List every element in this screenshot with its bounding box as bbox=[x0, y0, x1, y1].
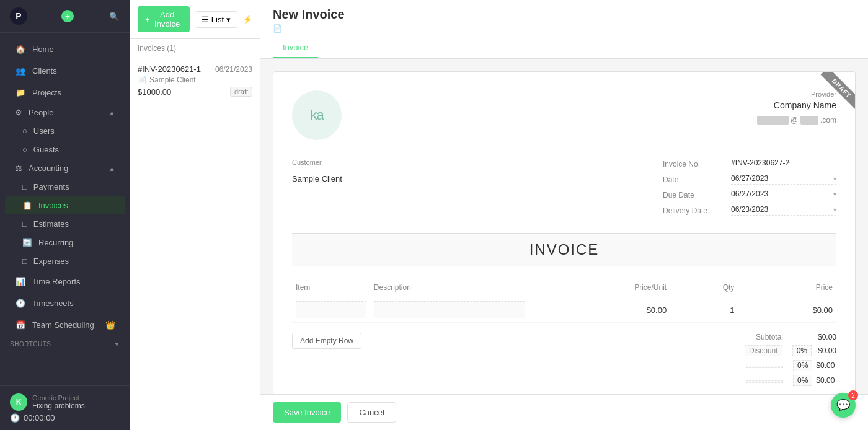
sidebar-subitem-expenses[interactable]: □ Expenses bbox=[5, 252, 125, 270]
time-reports-icon: 📊 bbox=[15, 276, 26, 287]
chevron-down-icon: ▾ bbox=[226, 15, 231, 24]
company-logo: ka bbox=[292, 90, 342, 140]
crown-icon: 👑 bbox=[105, 320, 115, 330]
tax1-amount: $0.00 bbox=[816, 361, 835, 370]
chevron-down-icon: ▾ bbox=[833, 175, 836, 182]
footer-project-label: Generic Project bbox=[32, 394, 85, 401]
users-icon: ○ bbox=[22, 126, 27, 136]
chevron-down-icon[interactable]: ▼ bbox=[114, 341, 120, 348]
sidebar-item-home[interactable]: 🏠 Home bbox=[5, 38, 125, 59]
tab-invoice[interactable]: Invoice bbox=[273, 38, 318, 58]
subtotal-value: $0.00 bbox=[793, 333, 836, 341]
customer-name: Sample Client bbox=[292, 172, 644, 186]
meta-date: Date 06/27/2023 ▾ bbox=[663, 174, 836, 185]
sidebar-item-timesheets[interactable]: 🕐 Timesheets bbox=[5, 292, 125, 314]
sidebar-subitem-estimates[interactable]: □ Estimates bbox=[5, 215, 125, 233]
filter-icon[interactable]: ⚡ bbox=[242, 15, 252, 24]
chevron-down-icon: ▾ bbox=[833, 191, 836, 198]
meta-invoice-no: Invoice No. #INV-20230627-2 bbox=[663, 159, 836, 169]
main-content: New Invoice 📄 — Invoice ka Provider Comp… bbox=[260, 0, 868, 430]
discount-value-row: 0% -$0.00 bbox=[792, 345, 836, 356]
estimates-icon: □ bbox=[22, 219, 27, 229]
search-icon[interactable]: 🔍 bbox=[108, 10, 120, 22]
description-input[interactable] bbox=[374, 301, 525, 318]
bottom-section: Add Empty Row Subtotal $0.00 Discount 0%… bbox=[292, 333, 836, 394]
subtotal-row: Subtotal $0.00 bbox=[663, 333, 836, 341]
col-qty: Qty bbox=[670, 278, 738, 297]
sidebar-subitem-invoices[interactable]: 📋 Invoices bbox=[5, 196, 125, 214]
save-invoice-button[interactable]: Save Invoice bbox=[273, 402, 341, 423]
sidebar-item-label: Team Scheduling bbox=[32, 320, 94, 330]
item-cell[interactable] bbox=[292, 297, 370, 323]
description-cell[interactable] bbox=[370, 297, 529, 323]
tax2-pct-input[interactable]: 0% bbox=[793, 375, 812, 386]
tax2-amount: $0.00 bbox=[816, 376, 835, 385]
col-item: Item bbox=[292, 278, 370, 297]
clients-icon: 👥 bbox=[15, 65, 26, 76]
items-table: Item Description Price/Unit Qty Price $0… bbox=[292, 278, 836, 323]
sidebar-item-label: Home bbox=[32, 45, 54, 54]
meta-due-date: Due Date 06/27/2023 ▾ bbox=[663, 190, 836, 200]
accounting-icon: ⚖ bbox=[15, 164, 22, 173]
draft-banner bbox=[805, 72, 855, 121]
due-date-value[interactable]: 06/27/2023 ▾ bbox=[731, 190, 836, 200]
sidebar-item-team-scheduling[interactable]: 📅 Team Scheduling 👑 bbox=[5, 314, 125, 335]
delivery-date-label: Delivery Date bbox=[663, 206, 731, 215]
sidebar-subitem-payments[interactable]: □ Payments bbox=[5, 178, 125, 196]
discount-row: Discount 0% -$0.00 bbox=[663, 345, 836, 356]
sidebar-item-label: Users bbox=[33, 126, 55, 136]
date-label: Date bbox=[663, 175, 731, 184]
document-icon: 📄 bbox=[273, 24, 282, 33]
add-button[interactable]: + bbox=[61, 10, 74, 22]
tax1-name[interactable] bbox=[746, 366, 783, 368]
sidebar-item-label: Accounting bbox=[29, 164, 68, 173]
expenses-icon: □ bbox=[22, 257, 27, 266]
sidebar-footer: K Generic Project Fixing problems 🕐 00:0… bbox=[0, 385, 130, 430]
col-description: Description bbox=[370, 278, 529, 297]
sidebar-item-label: Estimates bbox=[33, 219, 69, 229]
tax1-value-row: 0% $0.00 bbox=[793, 360, 836, 371]
sidebar-subitem-recurring[interactable]: 🔄 Recurring bbox=[5, 234, 125, 252]
add-empty-row-button[interactable]: Add Empty Row bbox=[292, 333, 361, 349]
tax2-name[interactable] bbox=[746, 380, 783, 383]
sidebar-item-accounting[interactable]: ⚖ Accounting ▲ bbox=[5, 159, 125, 177]
discount-name[interactable]: Discount bbox=[745, 345, 782, 356]
add-row-section: Add Empty Row bbox=[292, 333, 361, 356]
add-invoice-button[interactable]: + Add Invoice bbox=[138, 6, 190, 32]
tax2-row: 0% $0.00 bbox=[663, 375, 836, 386]
meta-section: Invoice No. #INV-20230627-2 Date 06/27/2… bbox=[663, 159, 836, 221]
chat-badge: 2 bbox=[848, 390, 858, 400]
totals-table: Subtotal $0.00 Discount 0% -$0.00 bbox=[663, 333, 836, 394]
invoice-form: ka Provider Company Name ●●●●●●● @ ●●●● … bbox=[260, 59, 868, 394]
discount-pct-input[interactable]: 0% bbox=[792, 345, 812, 356]
invoices-count-text: Invoices (1) bbox=[138, 44, 176, 53]
discount-label: Discount bbox=[663, 345, 792, 356]
tax1-row: 0% $0.00 bbox=[663, 360, 836, 371]
shortcuts-label: shortcuts ▼ bbox=[0, 336, 130, 350]
delivery-date-value[interactable]: 06/23/2023 ▾ bbox=[731, 205, 836, 216]
sidebar-item-label: Expenses bbox=[33, 257, 69, 266]
chat-button[interactable]: 💬 2 bbox=[831, 393, 856, 418]
sidebar-item-clients[interactable]: 👥 Clients bbox=[5, 60, 125, 81]
invoice-status: draft bbox=[230, 87, 252, 97]
invoices-count: Invoices (1) bbox=[130, 39, 260, 58]
invoice-card[interactable]: #INV-20230621-1 06/21/2023 📄 Sample Clie… bbox=[130, 58, 260, 103]
discount-amount: -$0.00 bbox=[815, 346, 836, 355]
sidebar-item-people[interactable]: ⚙ People ▲ bbox=[5, 103, 125, 121]
sidebar-item-time-reports[interactable]: 📊 Time Reports bbox=[5, 271, 125, 292]
sidebar-subitem-guests[interactable]: ○ Guests bbox=[5, 141, 125, 159]
item-input[interactable] bbox=[296, 301, 366, 318]
sidebar-item-label: Guests bbox=[33, 145, 59, 154]
total-row: Total $0.00 bbox=[663, 390, 836, 394]
list-button[interactable]: ☰ List ▾ bbox=[195, 11, 237, 28]
invoice-title-section: INVOICE bbox=[292, 233, 836, 266]
sidebar-item-label: Invoices bbox=[38, 201, 68, 210]
cancel-button[interactable]: Cancel bbox=[347, 402, 396, 423]
sidebar-subitem-users[interactable]: ○ Users bbox=[5, 122, 125, 140]
sidebar-item-projects[interactable]: 📁 Projects bbox=[5, 82, 125, 103]
invoice-amount: $1000.00 bbox=[138, 87, 171, 97]
people-icon: ⚙ bbox=[15, 108, 22, 117]
tax1-pct-input[interactable]: 0% bbox=[793, 360, 812, 371]
sidebar-item-label: Timesheets bbox=[32, 299, 74, 308]
date-value[interactable]: 06/27/2023 ▾ bbox=[731, 174, 836, 185]
